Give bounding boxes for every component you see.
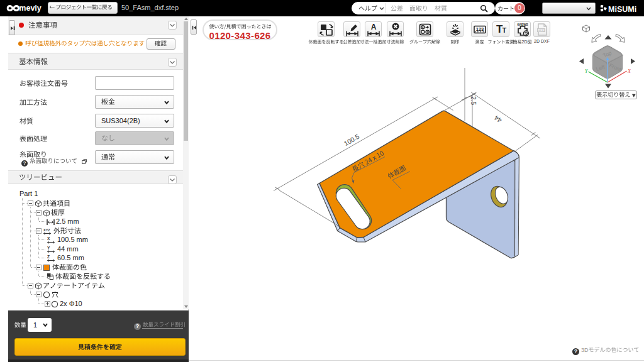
svg-text:X: X <box>47 236 50 241</box>
svg-text:Y: Y <box>585 69 589 74</box>
svg-text:MiSUMi: MiSUMi <box>608 5 636 14</box>
svg-text:2.5: 2.5 <box>470 96 477 105</box>
svg-text:44: 44 <box>492 114 503 125</box>
svg-text:Y: Y <box>47 246 50 250</box>
svg-text:XYZ: XYZ <box>43 228 50 232</box>
svg-text:Z: Z <box>47 255 50 259</box>
svg-text:meviy: meviy <box>19 4 42 13</box>
svg-text:100.5: 100.5 <box>343 133 361 148</box>
svg-text:X: X <box>627 69 631 74</box>
